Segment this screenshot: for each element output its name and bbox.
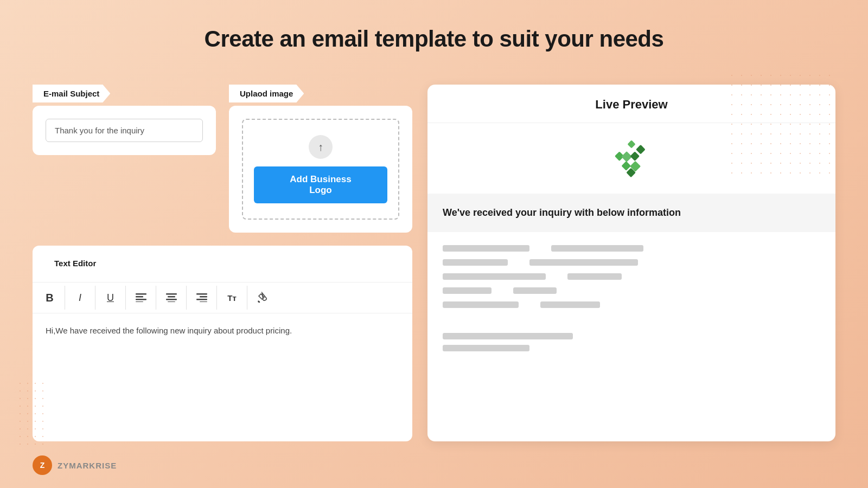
data-row-left-1 xyxy=(443,245,529,252)
svg-rect-14 xyxy=(636,145,646,155)
dots-decoration-bottom-left xyxy=(16,380,49,445)
upload-dashed-area[interactable]: ↑ Add Business Logo xyxy=(242,119,399,220)
data-row-4 xyxy=(443,287,820,294)
align-right-button[interactable] xyxy=(187,286,217,310)
preview-logo xyxy=(607,139,656,183)
preview-data-rows xyxy=(427,232,835,329)
data-row-right-2 xyxy=(529,259,638,266)
svg-rect-1 xyxy=(136,296,143,298)
footer-line-2 xyxy=(443,345,529,351)
left-panel: E-mail Subject Uplaod image ↑ Add Busine… xyxy=(33,85,412,441)
svg-rect-10 xyxy=(196,299,207,300)
left-top-row: E-mail Subject Uplaod image ↑ Add Busine… xyxy=(33,85,412,233)
data-row-1 xyxy=(443,245,820,252)
data-row-left-2 xyxy=(443,259,508,266)
svg-rect-9 xyxy=(200,296,207,298)
svg-rect-2 xyxy=(136,299,146,300)
italic-button[interactable]: I xyxy=(65,286,95,310)
align-left-button[interactable] xyxy=(126,286,156,310)
text-editor-header: Text Editor xyxy=(33,246,412,282)
svg-rect-12 xyxy=(627,140,635,148)
preview-message-text: We've received your inquiry with below i… xyxy=(443,206,820,220)
svg-rect-16 xyxy=(630,151,640,161)
editor-content[interactable]: Hi,We have received the following new in… xyxy=(33,313,412,433)
email-subject-tab: E-mail Subject xyxy=(33,85,110,102)
align-right-icon xyxy=(196,293,207,302)
data-row-right-3 xyxy=(567,273,622,280)
brand-name: ZYMARKRISE xyxy=(58,461,117,470)
svg-rect-3 xyxy=(136,301,143,302)
align-center-button[interactable] xyxy=(156,286,187,310)
upload-section: ↑ Add Business Logo xyxy=(229,106,412,233)
svg-rect-5 xyxy=(168,296,175,298)
upload-image-tab: Uplaod image xyxy=(229,85,304,102)
svg-rect-0 xyxy=(136,293,146,295)
svg-rect-15 xyxy=(621,151,632,162)
data-row-3 xyxy=(443,273,820,280)
footer-line-1 xyxy=(443,333,573,339)
text-editor-tab: Text Editor xyxy=(43,254,107,272)
data-row-right-5 xyxy=(540,301,600,308)
data-row-left-3 xyxy=(443,273,546,280)
svg-rect-17 xyxy=(621,161,631,171)
bold-button[interactable]: B xyxy=(35,286,65,310)
upload-arrow-icon: ↑ xyxy=(309,135,333,159)
svg-rect-4 xyxy=(166,293,177,295)
fill-color-button[interactable] xyxy=(247,286,278,310)
bottom-branding: Z ZYMARKRISE xyxy=(33,455,117,475)
email-subject-section xyxy=(33,106,216,155)
upload-wrapper: Uplaod image ↑ Add Business Logo xyxy=(229,85,412,233)
email-subject-input[interactable] xyxy=(46,119,203,142)
fill-icon xyxy=(257,292,269,304)
text-editor-section: Text Editor B I U xyxy=(33,246,412,441)
data-row-5 xyxy=(443,301,820,308)
font-size-button[interactable]: Tт xyxy=(217,286,247,310)
data-row-left-5 xyxy=(443,301,519,308)
preview-footer-rows xyxy=(427,329,835,370)
data-row-left-4 xyxy=(443,287,492,294)
svg-rect-8 xyxy=(196,293,207,295)
page-title: Create an email template to suit your ne… xyxy=(0,0,868,52)
data-row-2 xyxy=(443,259,820,266)
svg-rect-6 xyxy=(166,299,177,300)
email-subject-wrapper: E-mail Subject xyxy=(33,85,216,155)
align-left-icon xyxy=(136,293,146,302)
add-logo-button[interactable]: Add Business Logo xyxy=(254,166,387,203)
data-row-right-1 xyxy=(551,245,643,252)
dots-decoration-top-right xyxy=(727,70,835,179)
underline-button[interactable]: U xyxy=(95,286,126,310)
brand-icon: Z xyxy=(33,455,52,475)
align-center-icon xyxy=(166,293,177,302)
svg-rect-11 xyxy=(200,301,207,302)
preview-message-box: We've received your inquiry with below i… xyxy=(427,194,835,232)
data-row-right-4 xyxy=(513,287,557,294)
toolbar: B I U xyxy=(33,282,412,313)
svg-rect-7 xyxy=(168,301,175,302)
